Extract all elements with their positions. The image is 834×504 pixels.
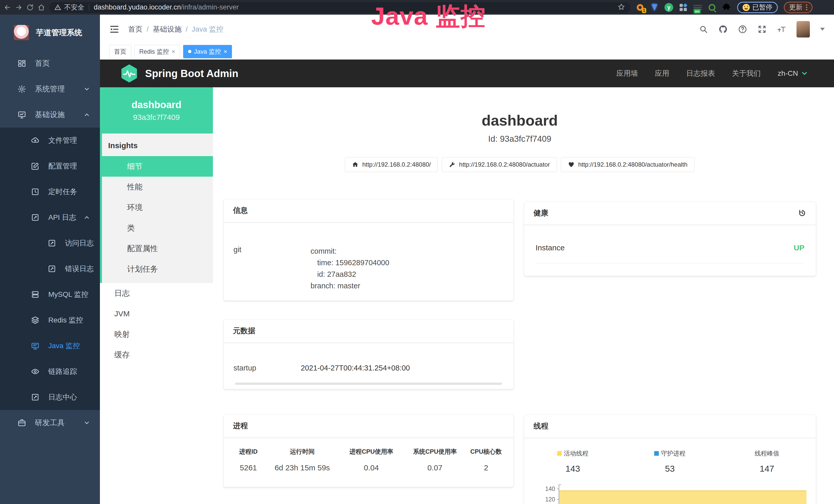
sidebar-item-home[interactable]: 首页: [0, 51, 100, 76]
sba-nav-about[interactable]: 关于我们: [732, 69, 761, 78]
sba-instance-block[interactable]: dashboard 93a3fc7f7409: [100, 87, 213, 134]
fullscreen-icon[interactable]: [758, 25, 767, 34]
extension-magnifier-icon[interactable]: [707, 3, 717, 12]
sidebar-item-file-mgmt[interactable]: 文件管理: [0, 128, 100, 153]
sidebar-item-mysql-monitor[interactable]: MySQL 监控: [0, 282, 100, 307]
actuator-url-button[interactable]: http://192.168.0.2:48080/actuator: [442, 157, 557, 172]
sidebar-item-scheduled-jobs[interactable]: 定时任务: [0, 179, 100, 205]
edit-icon: [31, 162, 40, 170]
font-size-icon[interactable]: [777, 25, 786, 34]
user-menu-caret-icon[interactable]: [820, 28, 825, 30]
sba-sidebar: dashboard 93a3fc7f7409 Insights 细节 性能 环境…: [100, 87, 213, 504]
sidebar-item-config-mgmt[interactable]: 配置管理: [0, 153, 100, 179]
sidebar-item-api-logs[interactable]: API 日志: [0, 205, 100, 230]
info-row-value: commit: time: 1596289704000 id: 27aa832 …: [310, 246, 389, 292]
forward-icon[interactable]: [15, 4, 23, 11]
info-git-row: git commit: time: 1596289704000 id: 27aa…: [234, 246, 504, 301]
tab-home[interactable]: 首页: [109, 45, 131, 58]
sba-menu-jvm[interactable]: JVM: [100, 303, 213, 324]
extension-on-icon[interactable]: on: [693, 3, 702, 12]
extension-pin-icon[interactable]: [650, 3, 659, 12]
app-logo: [13, 25, 29, 41]
threads-card: 线程 活动线程 143 守护进程: [524, 415, 816, 504]
sidebar-item-redis-monitor[interactable]: Redis 监控: [0, 307, 100, 333]
sidebar-item-system-mgmt[interactable]: 系统管理: [0, 76, 100, 102]
admin-sidebar: 芋道管理系统 首页 系统管理 基础设施 文件管理: [0, 15, 100, 504]
sidebar-item-tracing[interactable]: 链路追踪: [0, 359, 100, 384]
github-icon[interactable]: [719, 25, 728, 34]
help-icon[interactable]: [738, 25, 747, 34]
sba-language-select[interactable]: zh-CN: [778, 69, 808, 77]
sidebar-item-log-center[interactable]: 日志中心: [0, 384, 100, 410]
sidebar-item-infrastructure[interactable]: 基础设施: [0, 102, 100, 128]
sba-menu-logs[interactable]: 日志: [100, 283, 213, 303]
browser-extensions: 1 y on: [635, 3, 731, 12]
sba-nav-wallboard[interactable]: 应用墙: [616, 69, 638, 78]
sidebar-item-access-logs[interactable]: 访问日志: [0, 230, 100, 256]
bookmark-star-icon[interactable]: [617, 3, 625, 12]
sba-menu-details[interactable]: 细节: [100, 156, 213, 177]
eye-icon: [31, 367, 40, 376]
sba-menu-environment[interactable]: 环境: [102, 197, 213, 218]
sba-brand-title[interactable]: Spring Boot Admin: [145, 68, 238, 79]
home-icon[interactable]: [38, 4, 45, 11]
sba-insights-group: Insights 细节 性能 环境 类 配置属性 计划任务: [100, 134, 213, 283]
extension-grid-icon[interactable]: [679, 3, 688, 12]
sba-nav: 应用墙 应用 日志报表 关于我们 zh-CN: [616, 69, 808, 78]
breadcrumb-home[interactable]: 首页: [128, 24, 142, 34]
sidebar-item-error-logs[interactable]: 错误日志: [0, 256, 100, 282]
sidebar-item-java-monitor[interactable]: Java 监控: [0, 333, 100, 359]
tab-redis-monitor[interactable]: Redis 监控 ×: [134, 45, 180, 58]
health-instance-row: Instance UP: [535, 244, 805, 264]
process-card: 进程 进程ID 运行时间 进程CPU使用率 系统CPU使用率: [223, 414, 514, 487]
chevron-down-icon: [84, 86, 90, 92]
cards-right-column: 健康 Instance UP: [524, 199, 816, 504]
heartbeat-icon: [568, 161, 575, 168]
back-icon[interactable]: [4, 4, 11, 11]
sba-menu-scheduled-tasks[interactable]: 计划任务: [102, 259, 213, 279]
chart-y-axis: 140 120 100: [541, 484, 559, 504]
browser-update-button[interactable]: 更新: [784, 2, 812, 13]
profile-paused-chip[interactable]: 已暂停: [737, 2, 778, 13]
breadcrumb-infrastructure[interactable]: 基础设施: [153, 24, 182, 34]
horizontal-scrollbar[interactable]: [235, 383, 502, 385]
sba-menu-classes[interactable]: 类: [102, 218, 213, 238]
tab-java-monitor[interactable]: Java 监控 ×: [183, 45, 232, 58]
sba-nav-journal[interactable]: 日志报表: [686, 69, 715, 78]
search-icon[interactable]: [699, 25, 708, 34]
browser-menu-icon[interactable]: [806, 4, 807, 10]
app: 芋道管理系统 首页 系统管理 基础设施 文件管理: [0, 15, 834, 504]
sba-menu-mappings[interactable]: 映射: [100, 324, 213, 345]
log-edit-icon: [31, 393, 40, 402]
legend-blue-swatch: [654, 451, 659, 456]
sba-body: dashboard 93a3fc7f7409 Insights 细节 性能 环境…: [100, 87, 834, 504]
sba-menu-config-props[interactable]: 配置属性: [102, 238, 213, 259]
extension-orange-icon[interactable]: 1: [635, 3, 645, 12]
sba-nav-applications[interactable]: 应用: [655, 69, 670, 78]
sidebar-toggle-icon[interactable]: [109, 25, 119, 34]
dashboard-icon: [18, 59, 26, 68]
service-url-button[interactable]: http://192.168.0.2:48080/: [345, 157, 438, 172]
info-row-label: git: [234, 246, 310, 292]
close-icon[interactable]: ×: [223, 48, 227, 55]
health-url-button[interactable]: http://192.168.0.2:48080/actuator/health: [561, 157, 695, 172]
sba-menu-caches[interactable]: 缓存: [100, 345, 213, 365]
main-column: 首页 / 基础设施 / Java 监控: [100, 15, 834, 504]
page-header: 首页 / 基础设施 / Java 监控: [100, 15, 834, 44]
history-icon[interactable]: [798, 209, 807, 217]
info-card-header: 信息: [224, 199, 513, 222]
sba-menu-metrics[interactable]: 性能: [102, 177, 213, 197]
url-bar[interactable]: 不安全 dashboard.yudao.iocoder.cn/infra/adm…: [49, 2, 630, 13]
sidebar-item-dev-tools[interactable]: 研发工具: [0, 410, 100, 436]
close-icon[interactable]: ×: [172, 48, 175, 55]
extension-y-icon[interactable]: y: [664, 3, 674, 12]
stat-daemon-threads: 守护进程 53: [621, 449, 719, 474]
infrastructure-submenu: 文件管理 配置管理 定时任务 API 日志 访问日志: [0, 128, 100, 410]
metadata-card: 元数据 startup 2021-04-27T00:44:31.254+08:0…: [223, 319, 514, 389]
extension-puzzle-icon[interactable]: [722, 3, 731, 12]
reload-icon[interactable]: [26, 4, 34, 11]
health-card-header: 健康: [524, 202, 816, 225]
avatar[interactable]: [796, 21, 810, 38]
url-text: dashboard.yudao.iocoder.cn/infra/admin-s…: [94, 3, 614, 11]
active-tab-dot: [188, 50, 191, 53]
